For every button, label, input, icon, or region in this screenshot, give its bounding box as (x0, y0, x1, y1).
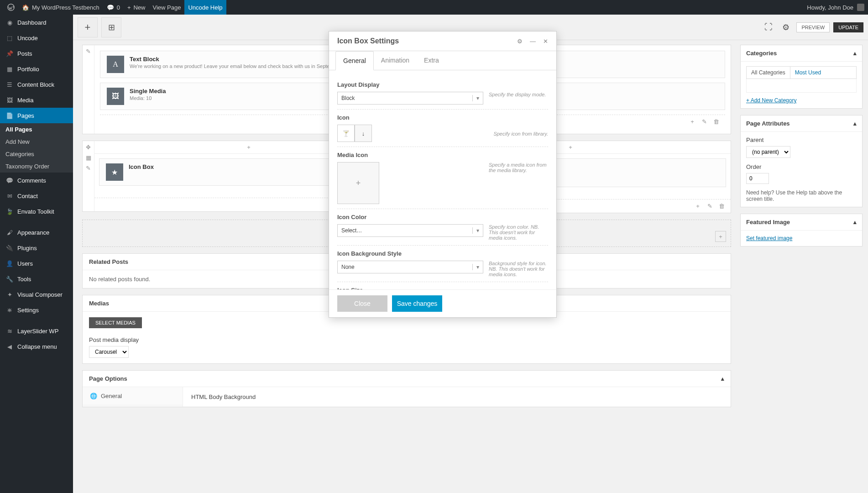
comments-count[interactable]: 💬0 (103, 0, 124, 15)
uncode-help[interactable]: Uncode Help (184, 0, 226, 15)
avatar[interactable] (857, 4, 864, 11)
site-name[interactable]: 🏠My WordPress Testbench (18, 0, 103, 15)
new-button[interactable]: +New (124, 0, 149, 15)
home-icon: 🏠 (22, 4, 29, 11)
wp-logo[interactable] (4, 0, 18, 15)
admin-bar: 🏠My WordPress Testbench 💬0 +New View Pag… (0, 0, 868, 15)
view-page[interactable]: View Page (149, 0, 184, 15)
comment-icon: 💬 (107, 4, 114, 11)
plus-icon: + (127, 4, 131, 11)
howdy-user[interactable]: Howdy, John Doe (807, 4, 853, 11)
